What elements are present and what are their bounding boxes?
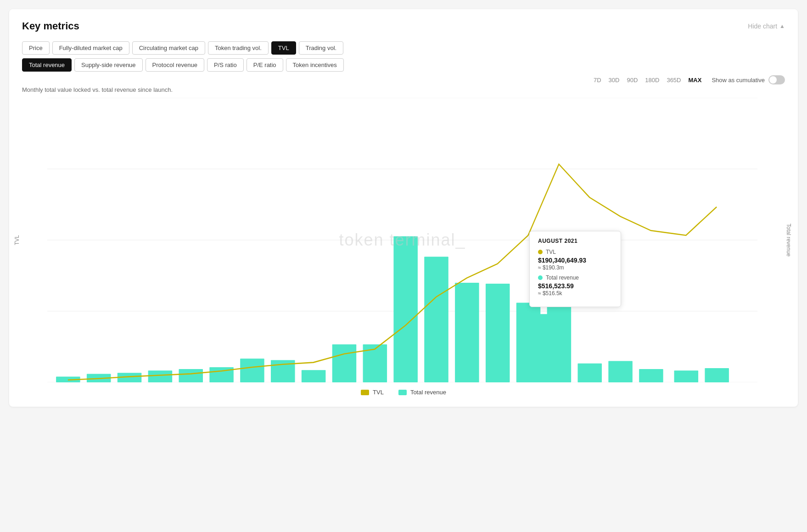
legend-tvl-label: TVL: [373, 389, 384, 396]
range-90d[interactable]: 90D: [625, 76, 639, 84]
tooltip-tvl-value: $190,340,649.93: [538, 257, 612, 264]
svg-rect-18: [148, 370, 173, 382]
chevron-up-icon: ▲: [779, 23, 785, 29]
svg-rect-19: [179, 369, 203, 382]
tooltip-title: AUGUST 2021: [538, 238, 612, 244]
tab-row-2: Total revenue Supply-side revenue Protoc…: [22, 58, 785, 72]
tooltip-tvl-legend: TVL: [538, 249, 612, 255]
range-max[interactable]: MAX: [686, 76, 703, 84]
tvl-legend-dot: [538, 250, 543, 254]
svg-rect-34: [639, 369, 663, 382]
tooltip-revenue-label: Total revenue: [546, 274, 579, 281]
chart-svg: $300.0m $225.0m $150.0m $75.0m $0.0 $6.0…: [47, 98, 757, 382]
range-180d[interactable]: 180D: [643, 76, 661, 84]
tooltip-revenue-legend: Total revenue: [538, 274, 612, 281]
tab-pe-ratio[interactable]: P/E ratio: [247, 58, 283, 72]
hide-chart-button[interactable]: Hide chart ▲: [748, 22, 785, 30]
chart-legend: TVL Total revenue: [22, 389, 785, 396]
range-buttons: 7D 30D 90D 180D 365D MAX: [592, 76, 703, 84]
svg-rect-36: [705, 368, 729, 382]
svg-rect-37: [529, 314, 554, 382]
svg-rect-28: [455, 283, 479, 382]
y-axis-left-label: TVL: [14, 235, 20, 245]
tab-token-incentives[interactable]: Token incentives: [286, 58, 344, 72]
tab-fully-diluted[interactable]: Fully-diluted market cap: [52, 41, 129, 55]
tooltip-revenue-approx: ≈ $516.5k: [538, 290, 612, 297]
svg-rect-26: [393, 236, 418, 382]
tab-tvl[interactable]: TVL: [271, 41, 296, 55]
cumulative-label: Show as cumulative: [712, 77, 765, 84]
tab-circulating[interactable]: Circulating market cap: [132, 41, 205, 55]
range-30d[interactable]: 30D: [607, 76, 622, 84]
legend-tvl: TVL: [361, 389, 384, 396]
svg-rect-27: [424, 257, 448, 382]
svg-rect-24: [332, 344, 357, 382]
svg-rect-29: [486, 284, 510, 382]
tooltip-revenue-row: Total revenue $516,523.59 ≈ $516.5k: [538, 274, 612, 297]
legend-revenue-color: [398, 390, 407, 395]
tooltip-tvl-label: TVL: [546, 249, 556, 255]
tab-total-revenue[interactable]: Total revenue: [22, 58, 72, 72]
svg-rect-21: [240, 358, 264, 382]
chart-subtitle: Monthly total value locked vs. total rev…: [22, 86, 785, 93]
tab-trading-vol[interactable]: Trading vol.: [299, 41, 343, 55]
tab-supply-side[interactable]: Supply-side revenue: [74, 58, 143, 72]
range-7d[interactable]: 7D: [592, 76, 603, 84]
range-365d[interactable]: 365D: [665, 76, 683, 84]
chart-tooltip: AUGUST 2021 TVL $190,340,649.93 ≈ $190.3…: [529, 231, 621, 307]
page-title: Key metrics: [22, 20, 79, 32]
svg-rect-32: [577, 364, 602, 382]
panel-header: Key metrics Hide chart ▲: [22, 20, 785, 32]
tab-price[interactable]: Price: [22, 41, 50, 55]
legend-tvl-color: [361, 390, 369, 395]
tab-protocol-revenue[interactable]: Protocol revenue: [146, 58, 204, 72]
chart-area: token terminal_ $300.0m $225.0m $150.0m …: [47, 98, 757, 382]
y-axis-right-label: Total revenue: [785, 224, 792, 257]
tab-row-1: Price Fully-diluted market cap Circulati…: [22, 41, 785, 55]
tab-token-trading[interactable]: Token trading vol.: [208, 41, 269, 55]
svg-rect-33: [608, 361, 633, 383]
cumulative-toggle[interactable]: [768, 75, 785, 84]
controls-row: 7D 30D 90D 180D 365D MAX Show as cumulat…: [22, 75, 785, 84]
legend-revenue: Total revenue: [398, 389, 446, 396]
cumulative-toggle-row: Show as cumulative: [712, 75, 785, 84]
svg-rect-23: [302, 370, 326, 382]
tooltip-revenue-value: $516,523.59: [538, 282, 612, 290]
key-metrics-panel: Key metrics Hide chart ▲ Price Fully-dil…: [9, 9, 798, 407]
revenue-legend-dot: [538, 275, 543, 280]
legend-revenue-label: Total revenue: [410, 389, 446, 396]
svg-rect-35: [674, 370, 699, 382]
tooltip-tvl-row: TVL $190,340,649.93 ≈ $190.3m: [538, 249, 612, 271]
tooltip-tvl-approx: ≈ $190.3m: [538, 264, 612, 271]
tab-ps-ratio[interactable]: P/S ratio: [207, 58, 244, 72]
